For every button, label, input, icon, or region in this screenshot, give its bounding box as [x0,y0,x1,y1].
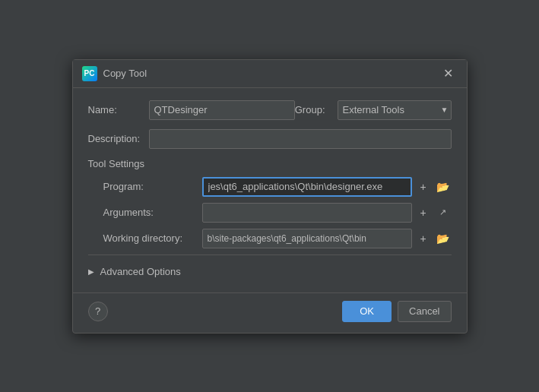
name-input[interactable] [149,100,295,120]
description-label: Description: [88,133,149,144]
advanced-triangle-icon: ▶ [88,267,94,276]
footer-buttons: OK Cancel [342,301,451,322]
advanced-options-row[interactable]: ▶ Advanced Options [88,261,452,282]
program-label: Program: [103,181,202,192]
group-label: Group: [295,104,325,115]
description-row: Description: [88,129,452,149]
title-bar: PC Copy Tool ✕ [73,60,467,88]
cancel-button[interactable]: Cancel [398,301,451,322]
arguments-label: Arguments: [103,207,202,218]
working-dir-input[interactable] [202,229,412,248]
group-select-wrapper: External Tools Other Tools ▼ [338,100,452,120]
pycharm-icon: PC [82,66,97,81]
program-input-wrap: + 📂 [202,177,452,197]
arguments-input[interactable] [202,203,412,223]
dialog-footer: ? OK Cancel [73,292,467,333]
group-row: Group: External Tools Other Tools ▼ [295,100,452,120]
group-select[interactable]: External Tools Other Tools [338,100,452,120]
tool-settings-header: Tool Settings [88,158,452,169]
working-dir-folder-icon: 📂 [436,232,449,245]
tool-settings-section: Tool Settings Program: + 📂 Arguments: + [88,158,452,248]
program-row: Program: + 📂 [88,177,452,197]
name-label: Name: [88,104,149,115]
dialog-body: Name: Group: External Tools Other Tools … [73,88,467,292]
copy-tool-dialog: PC Copy Tool ✕ Name: Group: External Too… [72,59,468,334]
arguments-row: Arguments: + ↗ [88,203,452,223]
title-bar-left: PC Copy Tool [82,66,147,81]
description-input[interactable] [149,129,452,149]
working-dir-input-wrap: + 📂 [202,229,452,248]
program-folder-icon: 📂 [436,181,449,193]
dialog-title: Copy Tool [103,68,147,79]
arguments-expand-button[interactable]: ↗ [435,204,452,221]
working-dir-label: Working directory: [103,232,202,244]
divider [88,254,452,255]
ok-button[interactable]: OK [342,301,392,322]
working-dir-add-button[interactable]: + [415,230,432,247]
working-dir-row: Working directory: + 📂 [88,229,452,248]
working-dir-folder-button[interactable]: 📂 [435,230,452,247]
program-input[interactable] [202,177,412,197]
close-button[interactable]: ✕ [439,66,458,81]
program-folder-button[interactable]: 📂 [435,179,452,195]
program-add-button[interactable]: + [415,179,432,195]
advanced-options-label: Advanced Options [100,266,181,277]
expand-icon: ↗ [439,207,446,217]
help-button[interactable]: ? [88,302,108,321]
arguments-add-button[interactable]: + [415,204,432,221]
name-group-row: Name: Group: External Tools Other Tools … [88,100,452,120]
arguments-input-wrap: + ↗ [202,203,452,223]
